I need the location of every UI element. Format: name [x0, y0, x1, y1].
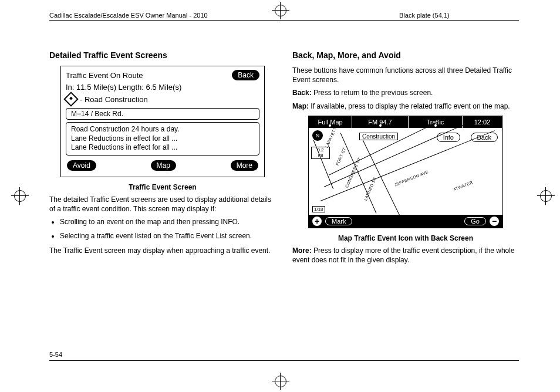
fig1-header-row: Traffic Event On Route Back	[66, 70, 259, 80]
text-map: If available, press to display the relat…	[309, 102, 510, 110]
para-more: More: Press to display more of the traff…	[292, 246, 519, 265]
clock-value: 12:02	[474, 119, 491, 126]
zoom-out-button[interactable]: −	[490, 217, 499, 226]
para-common-functions: These buttons have common functions acro…	[292, 66, 519, 85]
fig1-desc-line: Road Construction 24 hours a day.	[71, 125, 254, 134]
bullet-list: Scrolling to an event on the map and the…	[60, 217, 276, 241]
construction-label: Construction	[359, 133, 398, 140]
para-map: Map: If available, press to display the …	[292, 102, 519, 111]
map-button[interactable]: Map	[151, 160, 176, 171]
construction-icon	[63, 92, 78, 106]
back-button[interactable]: Back	[232, 70, 259, 80]
bullet-item: Scrolling to an event on the map and the…	[60, 217, 276, 227]
fig2-bottombar: + Mark Go −	[309, 215, 502, 228]
label-more: More:	[292, 246, 312, 255]
label-back: Back:	[292, 89, 312, 97]
content-columns: Detailed Traffic Event Screens Traffic E…	[49, 47, 519, 268]
fig1-location: M−14 / Beck Rd.	[66, 108, 259, 120]
bullet-item: Selecting a traffic event listed on the …	[60, 231, 276, 241]
fig1-road-type: - Road Construction	[80, 95, 148, 104]
para-approaching: The Traffic Event screen may display whe…	[49, 246, 276, 255]
label-map: Map:	[292, 102, 309, 110]
street-label: ATWATER	[453, 180, 474, 192]
more-button[interactable]: More	[231, 160, 258, 171]
compass-icon[interactable]: N	[312, 130, 323, 141]
info-button[interactable]: Info	[437, 133, 460, 142]
road-line	[340, 133, 377, 213]
fig1-button-row: Avoid Map More	[66, 160, 259, 171]
zoom-in-button[interactable]: +	[312, 217, 322, 226]
left-column: Detailed Traffic Event Screens Traffic E…	[49, 47, 276, 268]
go-button[interactable]: Go	[464, 217, 486, 225]
fig1-description: Road Construction 24 hours a day. Lane R…	[66, 122, 259, 156]
heading-back-map-more-avoid: Back, Map, More, and Avoid	[292, 50, 519, 60]
tab-full-map[interactable]: Full Map	[309, 116, 352, 128]
right-column: Back, Map, More, and Avoid These buttons…	[292, 47, 519, 268]
street-label: FORT ST	[335, 147, 347, 166]
footer-rule	[49, 360, 519, 361]
fig2-caption: Map Traffic Event Icon with Back Screen	[292, 234, 519, 242]
figure-traffic-event-screen: Traffic Event On Route Back In: 11.5 Mil…	[60, 66, 265, 177]
map-range: 1/18	[312, 206, 325, 212]
crop-mark-icon	[275, 5, 286, 16]
fig1-distance-length: In: 11.5 Mile(s) Length: 6.5 Mile(s)	[66, 83, 259, 92]
tab-fm[interactable]: FM 94.7	[352, 116, 409, 128]
page: Cadillac Escalade/Escalade ESV Owner Man…	[0, 0, 560, 392]
fig1-caption: Traffic Event Screen	[49, 183, 276, 191]
crop-mark-icon	[540, 190, 552, 202]
fig1-title: Traffic Event On Route	[66, 71, 143, 80]
figure-map-screen: Full Map FM 94.7 Traffic 12:02 N 0.2 mi …	[308, 116, 503, 228]
mark-button[interactable]: Mark	[325, 217, 352, 225]
avoid-button[interactable]: Avoid	[67, 160, 96, 171]
header-right-text: Black plate (54,1)	[399, 12, 450, 19]
para-back: Back: Press to return to the previous sc…	[292, 88, 519, 97]
text-back: Press to return to the previous screen.	[312, 89, 433, 97]
fig1-desc-line: Lane Reductions in effect for all ...	[71, 143, 254, 153]
page-number: 5-54	[49, 351, 62, 358]
street-label: JEFFERSON AVE	[394, 170, 429, 187]
fig1-road-type-row: - Road Construction	[66, 94, 259, 104]
para-intro: The detailed Traffic Event screens are u…	[49, 195, 276, 214]
header-rule	[49, 20, 519, 21]
header-left-text: Cadillac Escalade/Escalade ESV Owner Man…	[49, 12, 208, 19]
crop-mark-icon	[14, 190, 26, 202]
fig1-desc-line: Lane Reductions in effect for all ...	[71, 134, 254, 144]
road-line	[363, 140, 402, 219]
crop-mark-icon	[275, 376, 286, 387]
heading-detailed-traffic: Detailed Traffic Event Screens	[49, 50, 276, 60]
text-more: Press to display more of the traffic eve…	[292, 246, 515, 264]
